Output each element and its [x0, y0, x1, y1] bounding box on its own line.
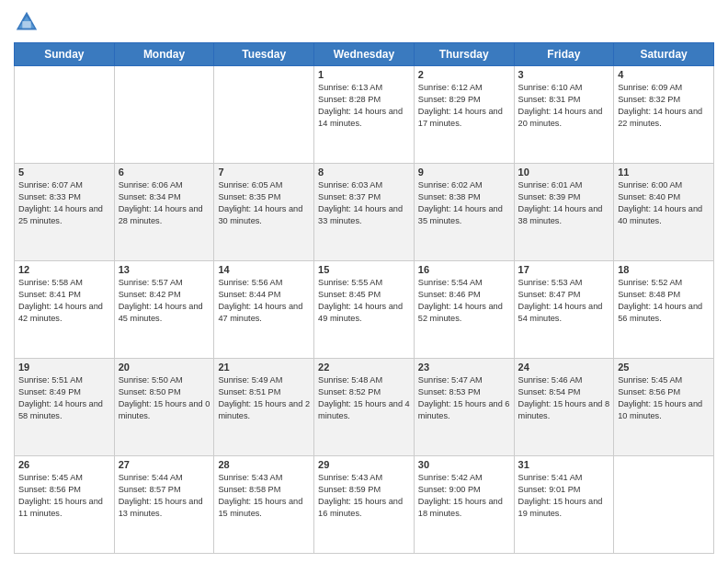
day-info: Sunrise: 5:43 AMSunset: 8:59 PMDaylight:…: [318, 472, 410, 520]
day-info: Sunrise: 5:52 AMSunset: 8:48 PMDaylight:…: [618, 277, 710, 325]
day-info: Sunrise: 6:01 AMSunset: 8:39 PMDaylight:…: [518, 179, 610, 227]
weekday-monday: Monday: [114, 43, 214, 66]
day-info: Sunrise: 6:10 AMSunset: 8:31 PMDaylight:…: [518, 82, 610, 130]
day-number: 4: [618, 69, 710, 80]
day-info: Sunrise: 5:51 AMSunset: 8:49 PMDaylight:…: [18, 374, 110, 422]
day-cell: 7 Sunrise: 6:05 AMSunset: 8:35 PMDayligh…: [214, 164, 314, 261]
day-number: 15: [318, 264, 410, 275]
day-info: Sunrise: 5:47 AMSunset: 8:53 PMDaylight:…: [418, 374, 510, 422]
weekday-thursday: Thursday: [414, 43, 514, 66]
day-info: Sunrise: 5:48 AMSunset: 8:52 PMDaylight:…: [318, 374, 410, 422]
day-number: 12: [18, 264, 110, 275]
day-info: Sunrise: 5:57 AMSunset: 8:42 PMDaylight:…: [119, 277, 210, 325]
day-number: 1: [318, 69, 410, 80]
day-cell: 19 Sunrise: 5:51 AMSunset: 8:49 PMDaylig…: [15, 359, 115, 456]
day-info: Sunrise: 6:00 AMSunset: 8:40 PMDaylight:…: [618, 179, 710, 227]
week-row-5: 26 Sunrise: 5:45 AMSunset: 8:56 PMDaylig…: [15, 456, 714, 554]
day-number: 26: [18, 459, 110, 470]
day-info: Sunrise: 5:43 AMSunset: 8:58 PMDaylight:…: [218, 472, 310, 520]
day-number: 20: [119, 362, 210, 373]
day-info: Sunrise: 5:46 AMSunset: 8:54 PMDaylight:…: [518, 374, 610, 422]
day-cell: 2 Sunrise: 6:12 AMSunset: 8:29 PMDayligh…: [414, 66, 514, 164]
week-row-1: 1 Sunrise: 6:13 AMSunset: 8:28 PMDayligh…: [15, 66, 714, 164]
day-number: 27: [119, 459, 210, 470]
weekday-tuesday: Tuesday: [214, 43, 314, 66]
calendar-table: SundayMondayTuesdayWednesdayThursdayFrid…: [14, 42, 714, 554]
day-cell: 10 Sunrise: 6:01 AMSunset: 8:39 PMDaylig…: [514, 164, 614, 261]
day-cell: [114, 66, 214, 164]
day-number: 28: [218, 459, 310, 470]
day-info: Sunrise: 5:41 AMSunset: 9:01 PMDaylight:…: [518, 472, 610, 520]
day-cell: 28 Sunrise: 5:43 AMSunset: 8:58 PMDaylig…: [214, 456, 314, 554]
day-cell: [614, 456, 714, 554]
day-number: 23: [418, 362, 510, 373]
day-cell: 27 Sunrise: 5:44 AMSunset: 8:57 PMDaylig…: [114, 456, 214, 554]
day-number: 6: [119, 167, 210, 178]
day-info: Sunrise: 5:42 AMSunset: 9:00 PMDaylight:…: [418, 472, 510, 520]
day-number: 7: [218, 167, 310, 178]
week-row-4: 19 Sunrise: 5:51 AMSunset: 8:49 PMDaylig…: [15, 359, 714, 456]
day-number: 18: [618, 264, 710, 275]
day-info: Sunrise: 6:02 AMSunset: 8:38 PMDaylight:…: [418, 179, 510, 227]
day-info: Sunrise: 5:50 AMSunset: 8:50 PMDaylight:…: [119, 374, 210, 422]
day-number: 3: [518, 69, 610, 80]
day-cell: 31 Sunrise: 5:41 AMSunset: 9:01 PMDaylig…: [514, 456, 614, 554]
day-cell: 22 Sunrise: 5:48 AMSunset: 8:52 PMDaylig…: [314, 359, 415, 456]
day-cell: 4 Sunrise: 6:09 AMSunset: 8:32 PMDayligh…: [614, 66, 714, 164]
day-number: 8: [318, 167, 410, 178]
day-cell: 16 Sunrise: 5:54 AMSunset: 8:46 PMDaylig…: [414, 261, 514, 359]
weekday-header-row: SundayMondayTuesdayWednesdayThursdayFrid…: [15, 43, 714, 66]
day-cell: 25 Sunrise: 5:45 AMSunset: 8:56 PMDaylig…: [614, 359, 714, 456]
day-number: 13: [119, 264, 210, 275]
day-number: 10: [518, 167, 610, 178]
day-number: 5: [18, 167, 110, 178]
day-cell: 1 Sunrise: 6:13 AMSunset: 8:28 PMDayligh…: [314, 66, 415, 164]
day-info: Sunrise: 6:12 AMSunset: 8:29 PMDaylight:…: [418, 82, 510, 130]
week-row-2: 5 Sunrise: 6:07 AMSunset: 8:33 PMDayligh…: [15, 164, 714, 261]
day-number: 19: [18, 362, 110, 373]
day-number: 9: [418, 167, 510, 178]
day-number: 16: [418, 264, 510, 275]
week-row-3: 12 Sunrise: 5:58 AMSunset: 8:41 PMDaylig…: [15, 261, 714, 359]
day-cell: 15 Sunrise: 5:55 AMSunset: 8:45 PMDaylig…: [314, 261, 415, 359]
page: SundayMondayTuesdayWednesdayThursdayFrid…: [0, 0, 728, 563]
day-cell: 30 Sunrise: 5:42 AMSunset: 9:00 PMDaylig…: [414, 456, 514, 554]
logo: [14, 9, 43, 35]
day-number: 11: [618, 167, 710, 178]
day-number: 21: [218, 362, 310, 373]
day-info: Sunrise: 6:07 AMSunset: 8:33 PMDaylight:…: [18, 179, 110, 227]
day-info: Sunrise: 5:53 AMSunset: 8:47 PMDaylight:…: [518, 277, 610, 325]
day-cell: 23 Sunrise: 5:47 AMSunset: 8:53 PMDaylig…: [414, 359, 514, 456]
day-number: 2: [418, 69, 510, 80]
day-number: 29: [318, 459, 410, 470]
day-cell: [214, 66, 314, 164]
day-cell: 9 Sunrise: 6:02 AMSunset: 8:38 PMDayligh…: [414, 164, 514, 261]
day-info: Sunrise: 6:05 AMSunset: 8:35 PMDaylight:…: [218, 179, 310, 227]
day-number: 30: [418, 459, 510, 470]
day-info: Sunrise: 5:54 AMSunset: 8:46 PMDaylight:…: [418, 277, 510, 325]
day-cell: 18 Sunrise: 5:52 AMSunset: 8:48 PMDaylig…: [614, 261, 714, 359]
day-cell: 17 Sunrise: 5:53 AMSunset: 8:47 PMDaylig…: [514, 261, 614, 359]
day-number: 17: [518, 264, 610, 275]
day-cell: 8 Sunrise: 6:03 AMSunset: 8:37 PMDayligh…: [314, 164, 415, 261]
day-number: 14: [218, 264, 310, 275]
day-info: Sunrise: 5:55 AMSunset: 8:45 PMDaylight:…: [318, 277, 410, 325]
day-cell: 5 Sunrise: 6:07 AMSunset: 8:33 PMDayligh…: [15, 164, 115, 261]
day-info: Sunrise: 5:45 AMSunset: 8:56 PMDaylight:…: [18, 472, 110, 520]
day-cell: 14 Sunrise: 5:56 AMSunset: 8:44 PMDaylig…: [214, 261, 314, 359]
day-cell: 13 Sunrise: 5:57 AMSunset: 8:42 PMDaylig…: [114, 261, 214, 359]
day-number: 25: [618, 362, 710, 373]
day-cell: 6 Sunrise: 6:06 AMSunset: 8:34 PMDayligh…: [114, 164, 214, 261]
weekday-wednesday: Wednesday: [314, 43, 415, 66]
day-info: Sunrise: 6:09 AMSunset: 8:32 PMDaylight:…: [618, 82, 710, 130]
weekday-friday: Friday: [514, 43, 614, 66]
day-cell: 20 Sunrise: 5:50 AMSunset: 8:50 PMDaylig…: [114, 359, 214, 456]
day-cell: 29 Sunrise: 5:43 AMSunset: 8:59 PMDaylig…: [314, 456, 415, 554]
day-cell: 21 Sunrise: 5:49 AMSunset: 8:51 PMDaylig…: [214, 359, 314, 456]
day-cell: 3 Sunrise: 6:10 AMSunset: 8:31 PMDayligh…: [514, 66, 614, 164]
day-info: Sunrise: 5:49 AMSunset: 8:51 PMDaylight:…: [218, 374, 310, 422]
day-info: Sunrise: 5:56 AMSunset: 8:44 PMDaylight:…: [218, 277, 310, 325]
day-cell: 24 Sunrise: 5:46 AMSunset: 8:54 PMDaylig…: [514, 359, 614, 456]
day-info: Sunrise: 6:06 AMSunset: 8:34 PMDaylight:…: [119, 179, 210, 227]
day-cell: 11 Sunrise: 6:00 AMSunset: 8:40 PMDaylig…: [614, 164, 714, 261]
